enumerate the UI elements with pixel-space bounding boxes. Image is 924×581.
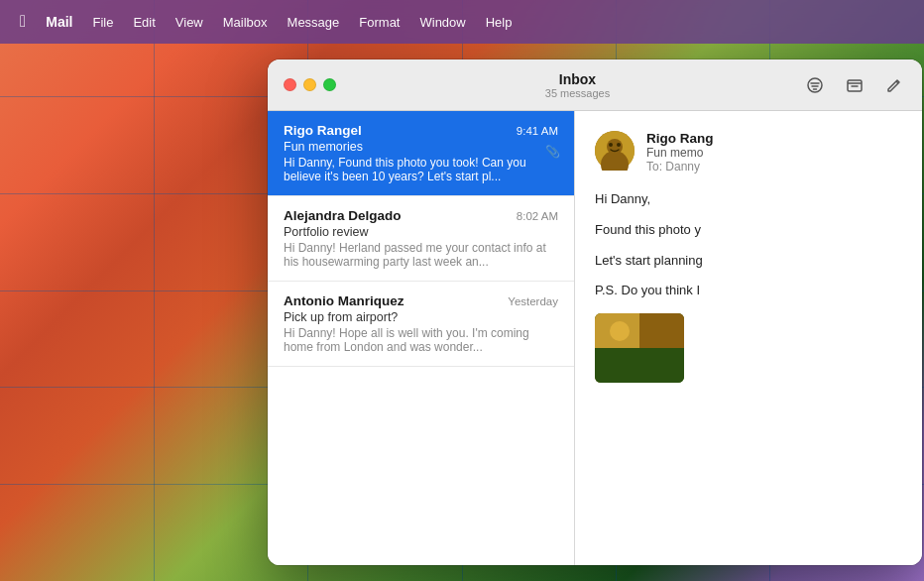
mail-menu-item[interactable]: Mail bbox=[36, 10, 82, 34]
detail-sender-info: Rigo Rang Fun memo To: Danny bbox=[646, 131, 902, 174]
window-title: Inbox bbox=[559, 71, 596, 87]
body-line-4: P.S. Do you think I bbox=[595, 281, 902, 301]
message-header: Rigo Rangel 9:41 AM bbox=[284, 123, 558, 138]
timestamp: 8:02 AM bbox=[517, 210, 558, 222]
subject: Portfolio review bbox=[284, 225, 558, 239]
body-line-1: Hi Danny, bbox=[595, 189, 902, 210]
timestamp: 9:41 AM bbox=[517, 125, 558, 137]
sender-name: Alejandra Delgado bbox=[284, 208, 402, 223]
help-menu-item[interactable]: Help bbox=[476, 11, 522, 34]
message-header: Alejandra Delgado 8:02 AM bbox=[284, 208, 558, 223]
detail-to: To: Danny bbox=[646, 160, 902, 174]
window-content: Rigo Rangel 9:41 AM Fun memories Hi Dann… bbox=[268, 111, 922, 565]
view-menu-item[interactable]: View bbox=[166, 11, 213, 34]
traffic-lights bbox=[284, 78, 336, 91]
subject: Pick up from airport? bbox=[284, 310, 558, 324]
edit-menu-item[interactable]: Edit bbox=[123, 11, 165, 34]
svg-rect-15 bbox=[639, 313, 684, 348]
attachment-icon: 📎 bbox=[545, 145, 560, 159]
detail-image bbox=[595, 313, 684, 383]
mailbox-menu-item[interactable]: Mailbox bbox=[213, 11, 278, 34]
filter-icon[interactable] bbox=[803, 73, 827, 97]
to-value: Danny bbox=[665, 160, 700, 174]
window-title-area: Inbox 35 messages bbox=[352, 71, 803, 99]
mail-window: Inbox 35 messages bbox=[268, 59, 922, 565]
apple-menu-item[interactable]:  bbox=[16, 8, 36, 36]
detail-sender-row: Rigo Rang Fun memo To: Danny bbox=[595, 131, 902, 174]
preview: Hi Danny, Found this photo you took! Can… bbox=[284, 156, 558, 183]
titlebar-actions bbox=[803, 73, 906, 97]
message-item[interactable]: Alejandra Delgado 8:02 AM Portfolio revi… bbox=[268, 196, 574, 282]
svg-point-11 bbox=[609, 143, 613, 147]
maximize-button[interactable] bbox=[323, 78, 336, 91]
svg-point-17 bbox=[610, 321, 630, 341]
avatar bbox=[595, 131, 635, 171]
detail-body: Hi Danny, Found this photo y Let's start… bbox=[595, 189, 902, 301]
sender-name: Rigo Rangel bbox=[284, 123, 362, 138]
archive-icon[interactable] bbox=[843, 73, 866, 97]
message-header: Antonio Manriquez Yesterday bbox=[284, 293, 558, 308]
message-detail: Rigo Rang Fun memo To: Danny Hi Danny, F… bbox=[575, 111, 922, 565]
minimize-button[interactable] bbox=[303, 78, 316, 91]
svg-point-12 bbox=[617, 143, 621, 147]
message-item[interactable]: Antonio Manriquez Yesterday Pick up from… bbox=[268, 282, 574, 367]
menubar:  Mail File Edit View Mailbox Message Fo… bbox=[0, 0, 924, 44]
sender-name: Antonio Manriquez bbox=[284, 293, 404, 308]
compose-icon[interactable] bbox=[882, 73, 906, 97]
preview: Hi Danny! Hope all is well with you. I'm… bbox=[284, 326, 558, 354]
body-line-3: Let's start planning bbox=[595, 251, 902, 272]
close-button[interactable] bbox=[284, 78, 296, 91]
message-item[interactable]: Rigo Rangel 9:41 AM Fun memories Hi Dann… bbox=[268, 111, 574, 196]
to-label: To: bbox=[646, 160, 662, 174]
window-subtitle: 35 messages bbox=[545, 87, 610, 99]
detail-sender-name: Rigo Rang bbox=[646, 131, 902, 146]
format-menu-item[interactable]: Format bbox=[349, 11, 409, 34]
svg-point-0 bbox=[808, 78, 822, 92]
detail-subject: Fun memo bbox=[646, 146, 902, 160]
message-list[interactable]: Rigo Rangel 9:41 AM Fun memories Hi Dann… bbox=[268, 111, 575, 565]
body-line-2: Found this photo y bbox=[595, 220, 902, 241]
subject: Fun memories bbox=[284, 140, 558, 154]
file-menu-item[interactable]: File bbox=[82, 11, 123, 34]
window-menu-item[interactable]: Window bbox=[409, 11, 475, 34]
window-titlebar: Inbox 35 messages bbox=[268, 59, 922, 111]
preview: Hi Danny! Herland passed me your contact… bbox=[284, 241, 558, 269]
svg-rect-16 bbox=[595, 348, 684, 383]
timestamp: Yesterday bbox=[508, 295, 558, 307]
message-menu-item[interactable]: Message bbox=[278, 11, 350, 34]
